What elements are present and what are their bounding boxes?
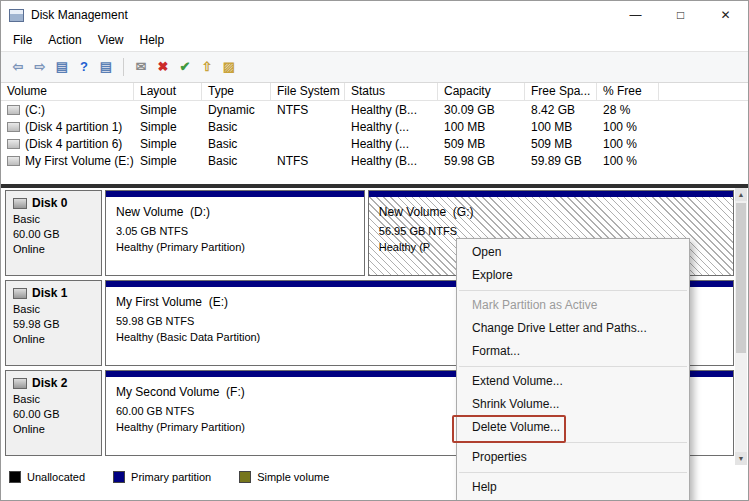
column-header-file-system[interactable]: File System xyxy=(271,83,345,100)
legend-swatch xyxy=(239,471,251,483)
disk-status: Online xyxy=(13,332,95,347)
column-header-status[interactable]: Status xyxy=(345,83,438,100)
legend-swatch xyxy=(113,471,125,483)
context-menu-item-open[interactable]: Open xyxy=(457,241,689,264)
volume-box-new-volume-d[interactable]: New Volume (D:)3.05 GB NTFSHealthy (Prim… xyxy=(105,190,365,276)
cell-volume: (C:) xyxy=(1,103,134,117)
help-icon[interactable]: ? xyxy=(73,56,95,78)
column-header-layout[interactable]: Layout xyxy=(134,83,202,100)
volume-status: Healthy (Primary Partition) xyxy=(116,239,356,255)
legend-item-simple-volume: Simple volume xyxy=(239,471,329,483)
context-menu-separator xyxy=(459,290,687,291)
disk-status: Online xyxy=(13,242,95,257)
back-icon[interactable]: ⇦ xyxy=(7,56,29,78)
context-menu-item-shrink-volume[interactable]: Shrink Volume... xyxy=(457,393,689,416)
window-title: Disk Management xyxy=(31,8,128,22)
action-pane-icon[interactable]: ▤ xyxy=(95,56,117,78)
legend-label: Simple volume xyxy=(257,471,329,483)
disk-management-window: Disk Management — □ ✕ FileActionViewHelp… xyxy=(0,0,749,501)
column-header-volume[interactable]: Volume xyxy=(1,83,134,100)
folder-up-icon[interactable]: ⇧ xyxy=(196,56,218,78)
cell-volume: (Disk 4 partition 6) xyxy=(1,137,134,151)
volume-name: My First Volume (E:) xyxy=(25,154,134,168)
context-menu-item-help[interactable]: Help xyxy=(457,476,689,499)
pane-splitter[interactable] xyxy=(1,184,748,188)
column-header-free[interactable]: % Free xyxy=(597,83,659,100)
volume-row-0[interactable]: (C:)SimpleDynamicNTFSHealthy (B...30.09 … xyxy=(1,101,748,118)
disk-pane-scrollbar[interactable]: ▲ ▼ xyxy=(735,188,747,465)
legend-label: Unallocated xyxy=(27,471,85,483)
column-header-type[interactable]: Type xyxy=(202,83,271,100)
disk-label-disk-0[interactable]: Disk 0Basic60.00 GBOnline xyxy=(5,190,102,276)
context-menu-item-change-drive-letter-and-paths[interactable]: Change Drive Letter and Paths... xyxy=(457,317,689,340)
menu-file[interactable]: File xyxy=(5,31,40,49)
volume-name: (Disk 4 partition 6) xyxy=(25,137,122,151)
volume-size: 56.95 GB NTFS xyxy=(379,223,725,239)
volume-row-2[interactable]: (Disk 4 partition 6)SimpleBasicHealthy (… xyxy=(1,135,748,152)
volume-list-rows: (C:)SimpleDynamicNTFSHealthy (B...30.09 … xyxy=(1,101,748,169)
volume-name: (Disk 4 partition 1) xyxy=(25,120,122,134)
context-menu-item-properties[interactable]: Properties xyxy=(457,446,689,469)
context-menu-item-delete-volume[interactable]: Delete Volume... xyxy=(457,416,689,439)
context-menu-separator xyxy=(459,442,687,443)
cell-status: Healthy (... xyxy=(345,120,438,134)
disk-icon xyxy=(13,378,27,389)
column-header-capacity[interactable]: Capacity xyxy=(438,83,525,100)
check-icon[interactable]: ✔ xyxy=(174,56,196,78)
context-menu-item-extend-volume[interactable]: Extend Volume... xyxy=(457,370,689,393)
volume-size: 3.05 GB NTFS xyxy=(116,223,356,239)
cell-layout: Simple xyxy=(134,137,202,151)
context-menu-item-format[interactable]: Format... xyxy=(457,340,689,363)
scroll-up-icon[interactable]: ▲ xyxy=(735,188,747,201)
cell-free-spa: 509 MB xyxy=(525,137,597,151)
context-menu-separator xyxy=(459,472,687,473)
disk-label-disk-1[interactable]: Disk 1Basic59.98 GBOnline xyxy=(5,280,102,366)
column-header-free-spa[interactable]: Free Spa... xyxy=(525,83,597,100)
legend-item-unallocated: Unallocated xyxy=(9,471,85,483)
cell-capacity: 509 MB xyxy=(438,137,525,151)
volume-title: New Volume (D:) xyxy=(116,204,356,220)
context-menu-item-explore[interactable]: Explore xyxy=(457,264,689,287)
cell-free-spa: 8.42 GB xyxy=(525,103,597,117)
folder-icon[interactable]: ▨ xyxy=(218,56,240,78)
pane-gap xyxy=(1,169,748,184)
cell-free-spa: 59.89 GB xyxy=(525,154,597,168)
scrollbar-thumb[interactable] xyxy=(736,203,746,353)
legend-label: Primary partition xyxy=(131,471,211,483)
menu-action[interactable]: Action xyxy=(40,31,89,49)
cell-capacity: 59.98 GB xyxy=(438,154,525,168)
cell-file-system: NTFS xyxy=(271,103,345,117)
disk-size: 60.00 GB xyxy=(13,407,95,422)
volume-row-3[interactable]: My First Volume (E:)SimpleBasicNTFSHealt… xyxy=(1,152,748,169)
cell-capacity: 100 MB xyxy=(438,120,525,134)
cell-file-system: NTFS xyxy=(271,154,345,168)
delete-icon[interactable]: ✖ xyxy=(152,56,174,78)
volume-row-1[interactable]: (Disk 4 partition 1)SimpleBasicHealthy (… xyxy=(1,118,748,135)
close-icon[interactable]: ✕ xyxy=(703,1,748,29)
maximize-icon[interactable]: □ xyxy=(658,1,703,29)
volume-icon xyxy=(7,105,20,115)
menu-view[interactable]: View xyxy=(90,31,132,49)
forward-icon[interactable]: ⇨ xyxy=(29,56,51,78)
cell-layout: Simple xyxy=(134,103,202,117)
volume-list: VolumeLayoutTypeFile SystemStatusCapacit… xyxy=(1,83,748,184)
volume-title: New Volume (G:) xyxy=(379,204,725,220)
minimize-icon[interactable]: — xyxy=(613,1,658,29)
partition-type-strip xyxy=(106,191,364,197)
context-menu-item-mark-partition-as-active: Mark Partition as Active xyxy=(457,294,689,317)
scroll-down-icon[interactable]: ▼ xyxy=(735,452,747,465)
menu-help[interactable]: Help xyxy=(132,31,173,49)
partition-type-strip xyxy=(369,191,733,197)
cell-free: 100 % xyxy=(597,120,659,134)
app-icon xyxy=(9,9,24,22)
balloon-icon[interactable]: ✉ xyxy=(130,56,152,78)
scrollbar-track[interactable] xyxy=(735,201,747,452)
disk-label-disk-2[interactable]: Disk 2Basic60.00 GBOnline xyxy=(5,370,102,456)
cell-status: Healthy (B... xyxy=(345,103,438,117)
toolbar: ⇦⇨▤?▤✉✖✔⇧▨ xyxy=(1,51,748,83)
console-tree-icon[interactable]: ▤ xyxy=(51,56,73,78)
cell-free-spa: 100 MB xyxy=(525,120,597,134)
context-menu-separator xyxy=(459,366,687,367)
volume-name: (C:) xyxy=(25,103,45,117)
disk-name: Disk 2 xyxy=(32,376,67,390)
